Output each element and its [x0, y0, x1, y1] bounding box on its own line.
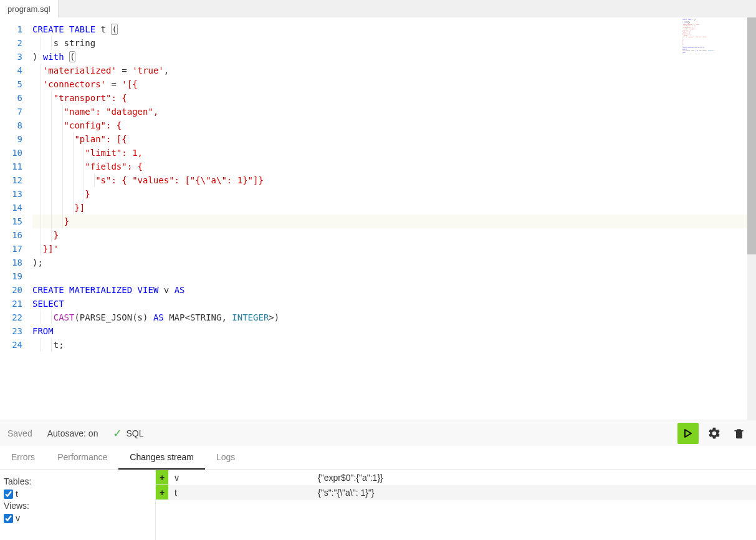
tab-changes-stream[interactable]: Changes stream	[118, 446, 205, 470]
code-line[interactable]: ) with (	[32, 50, 756, 64]
code-line[interactable]: CREATE MATERIALIZED VIEW v AS	[32, 283, 756, 297]
status-bar: Saved Autosave: on ✓ SQL	[0, 420, 756, 446]
scrollbar-thumb[interactable]	[747, 17, 756, 254]
play-icon	[683, 428, 693, 438]
line-number: 22	[0, 311, 22, 324]
code-line[interactable]: "name": "datagen",	[32, 105, 756, 118]
line-number: 7	[0, 105, 22, 118]
code-line[interactable]: "config": {	[32, 118, 756, 132]
scrollbar-track[interactable]	[747, 17, 756, 420]
language-label: SQL	[126, 428, 143, 438]
line-number: 8	[0, 118, 22, 132]
code-line[interactable]: 'materialized' = 'true',	[32, 64, 756, 77]
line-number: 9	[0, 132, 22, 146]
tab-logs[interactable]: Logs	[205, 446, 246, 470]
code-line[interactable]: "s": { "values": ["{\"a\": 1}"]}	[32, 173, 756, 187]
views-label: Views:	[4, 501, 151, 511]
gear-icon	[707, 427, 721, 440]
trash-icon	[733, 427, 745, 440]
tab-performance[interactable]: Performance	[46, 446, 118, 470]
delete-button[interactable]	[730, 424, 749, 443]
change-row[interactable]: +v{"expr$0":{"a":1}}	[156, 470, 756, 485]
change-data: {"s":"{\"a\": 1}"}	[318, 488, 756, 498]
run-button[interactable]	[677, 423, 699, 444]
code-line[interactable]: 'connectors' = '[{	[32, 77, 756, 91]
line-number: 6	[0, 91, 22, 105]
line-number: 17	[0, 242, 22, 256]
code-line[interactable]: "transport": {	[32, 91, 756, 105]
changes-table: +v{"expr$0":{"a":1}}+t{"s":"{\"a\": 1}"}	[156, 470, 756, 540]
line-number: 15	[0, 215, 22, 228]
code-line[interactable]: CAST(PARSE_JSON(s) AS MAP<STRING, INTEGE…	[32, 311, 756, 324]
tables-label: Tables:	[4, 476, 151, 486]
code-line[interactable]: }	[32, 187, 756, 201]
line-number: 4	[0, 64, 22, 77]
view-item: v	[4, 513, 151, 523]
line-number: 10	[0, 146, 22, 160]
line-number: 13	[0, 187, 22, 201]
tables-views-panel: Tables: t Views: v	[0, 470, 156, 540]
line-gutter: 123456789101112131415161718192021222324	[0, 17, 27, 420]
line-number: 21	[0, 297, 22, 311]
line-number: 18	[0, 256, 22, 269]
line-number: 2	[0, 36, 22, 50]
change-row[interactable]: +t{"s":"{\"a\": 1}"}	[156, 485, 756, 500]
change-data: {"expr$0":{"a":1}}	[318, 473, 756, 483]
change-name: v	[168, 473, 318, 483]
file-tab[interactable]: program.sql	[0, 0, 59, 17]
code-line[interactable]: "plan": [{	[32, 132, 756, 146]
code-line[interactable]: }]	[32, 201, 756, 215]
view-name: v	[16, 513, 20, 523]
code-line[interactable]: "fields": {	[32, 160, 756, 173]
code-line[interactable]: CREATE TABLE t (	[32, 22, 756, 36]
line-number: 5	[0, 77, 22, 91]
line-number: 3	[0, 50, 22, 64]
code-line[interactable]: }	[32, 215, 756, 228]
saved-status: Saved	[7, 428, 32, 438]
autosave-status[interactable]: Autosave: on	[47, 428, 98, 438]
tab-errors[interactable]: Errors	[0, 446, 46, 470]
view-checkbox[interactable]	[4, 514, 13, 523]
line-number: 1	[0, 22, 22, 36]
change-op-icon: +	[156, 485, 168, 500]
code-editor[interactable]: CREATE TABLE t ( s string) with ( 'mater…	[27, 17, 756, 420]
line-number: 11	[0, 160, 22, 173]
line-number: 19	[0, 269, 22, 283]
bottom-panel: Tables: t Views: v +v{"expr$0":{"a":1}}+…	[0, 470, 756, 540]
code-line[interactable]: );	[32, 256, 756, 269]
language-indicator: ✓ SQL	[113, 427, 143, 440]
code-line[interactable]: FROM	[32, 324, 756, 338]
settings-button[interactable]	[705, 424, 724, 443]
table-item: t	[4, 489, 151, 499]
table-checkbox[interactable]	[4, 489, 13, 499]
line-number: 20	[0, 283, 22, 297]
code-line[interactable]: s string	[32, 36, 756, 50]
change-name: t	[168, 488, 318, 498]
code-line[interactable]	[32, 269, 756, 283]
code-line[interactable]: SELECT	[32, 297, 756, 311]
line-number: 12	[0, 173, 22, 187]
minimap[interactable]: CREATE TABLE t ( s string) with ( 'mater…	[682, 19, 745, 69]
line-number: 16	[0, 228, 22, 242]
line-number: 14	[0, 201, 22, 215]
line-number: 23	[0, 324, 22, 338]
code-line[interactable]: "limit": 1,	[32, 146, 756, 160]
panel-tabs: Errors Performance Changes stream Logs	[0, 446, 756, 470]
change-op-icon: +	[156, 470, 168, 485]
code-line[interactable]: }	[32, 228, 756, 242]
code-line[interactable]: }]'	[32, 242, 756, 256]
line-number: 24	[0, 338, 22, 352]
file-tab-bar: program.sql	[0, 0, 756, 17]
table-name: t	[16, 489, 18, 499]
code-line[interactable]: t;	[32, 338, 756, 352]
check-icon: ✓	[113, 427, 122, 440]
file-tab-label: program.sql	[7, 4, 50, 14]
editor-area: 123456789101112131415161718192021222324 …	[0, 17, 756, 420]
